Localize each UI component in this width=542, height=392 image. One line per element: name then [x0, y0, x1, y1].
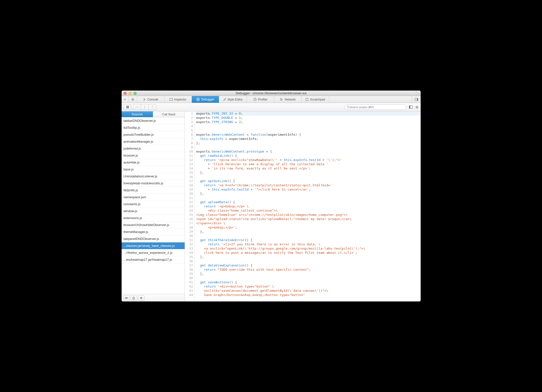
minimize-window-button[interactable] — [129, 92, 132, 95]
tab-label: Console — [147, 98, 158, 101]
pause-circle-icon — [196, 98, 200, 101]
search-scripts[interactable] — [344, 104, 406, 110]
debugger-options-button[interactable] — [415, 105, 419, 109]
sidebar-tabs: Sources Call Stack — [122, 111, 185, 117]
svg-rect-23 — [127, 106, 127, 108]
toggle-blackbox-button[interactable] — [123, 295, 130, 301]
tab-scratchpad[interactable]: Scratchpad — [302, 96, 329, 103]
svg-rect-31 — [409, 106, 410, 108]
source-item[interactable]: autoHide.js — [122, 159, 185, 166]
debugger-toolbar — [122, 103, 421, 111]
source-item[interactable]: browser.js — [122, 152, 185, 159]
svg-point-32 — [416, 106, 417, 107]
chevron-icon — [143, 98, 146, 101]
source-item[interactable]: UninstallationListener.js — [122, 173, 185, 180]
sidebar: Sources Call Stack tabbarDNDObserver.jsf… — [122, 111, 185, 301]
svg-rect-24 — [128, 106, 129, 108]
tab-label: Inspector — [174, 98, 186, 101]
code-editor[interactable]: 1234567891011121314151617181920212223242… — [185, 111, 421, 301]
source-item[interactable]: tabpanelDNDObserver.js — [122, 235, 185, 242]
source-item[interactable]: tabbarDNDObserver.js — [122, 117, 185, 124]
step-out-button[interactable] — [148, 104, 156, 110]
svg-point-41 — [126, 297, 127, 298]
svg-line-5 — [132, 98, 132, 98]
tab-label: Style Editor — [228, 98, 243, 101]
options-tab[interactable] — [129, 96, 137, 103]
source-item[interactable]: jsdeferred.js — [122, 145, 185, 152]
titlebar: Debugger - chrome://browser/content/brow… — [122, 91, 421, 96]
svg-line-40 — [416, 108, 416, 108]
tab-network[interactable]: Network — [274, 96, 302, 103]
tab-debugger[interactable]: Debugger — [192, 96, 219, 103]
tab-label: Profiler — [258, 98, 268, 101]
window-title: Debugger - chrome://browser/content/brow… — [122, 91, 421, 95]
svg-line-8 — [132, 100, 132, 100]
panel-tab-callstack[interactable]: Call Stack — [153, 111, 185, 117]
search-input[interactable] — [350, 106, 404, 109]
svg-point-43 — [141, 297, 141, 298]
svg-line-7 — [134, 98, 134, 98]
panel-tab-sources[interactable]: Sources — [122, 111, 153, 117]
zoom-window-button[interactable] — [134, 92, 136, 95]
svg-rect-11 — [197, 99, 198, 100]
tab-label: Scratchpad — [310, 98, 325, 101]
source-item[interactable]: themeManager.js — [122, 229, 185, 235]
source-item[interactable]: lib/prefs.js — [122, 187, 185, 194]
source-item[interactable]: extensions.js — [122, 215, 185, 222]
source-list[interactable]: tabbarDNDObserver.jsfullTooltip.jspseudo… — [122, 117, 185, 294]
source-item[interactable]: animationManager.js — [122, 138, 185, 145]
svg-point-28 — [347, 106, 349, 108]
svg-line-29 — [349, 108, 349, 108]
source-item[interactable]: browserUIShowHideObserver.js — [122, 222, 185, 229]
tab-label: Debugger — [201, 98, 214, 101]
source-item[interactable]: namespace.jsm — [122, 194, 185, 201]
inspector-icon — [169, 98, 173, 101]
source-item[interactable]: pseudoTreeBuilder.js — [122, 131, 185, 138]
tab-label: Network — [285, 98, 296, 101]
trace-button[interactable] — [138, 295, 144, 301]
tab-profiler[interactable]: Profiler — [247, 96, 274, 103]
tab-style-editor[interactable]: Style Editor — [219, 96, 247, 103]
step-over-button[interactable] — [133, 104, 141, 110]
svg-line-38 — [418, 108, 418, 108]
svg-rect-22 — [417, 98, 418, 101]
fullscreen-icon[interactable] — [416, 92, 419, 95]
traffic-lights — [124, 92, 136, 95]
devtools-tabbar: × Console Inspector Debugger Style Edito… — [122, 96, 421, 103]
source-item[interactable]: ...r!firefox_aurora_experience_2.js — [122, 249, 185, 256]
source-item[interactable]: treestyletab-modules/utils.js — [122, 180, 185, 187]
search-icon — [347, 106, 350, 109]
clock-icon — [253, 98, 257, 101]
notepad-icon — [305, 98, 308, 101]
code-content[interactable]: exports.TYPE_INT_32 = 0;exports.TYPE_DOU… — [195, 111, 421, 301]
close-window-button[interactable] — [124, 92, 127, 95]
toggle-panes-button[interactable] — [409, 105, 413, 109]
svg-point-10 — [197, 98, 200, 101]
source-item[interactable]: ...classes.jar!study_base_classes.js — [122, 242, 185, 249]
tab-console[interactable]: Console — [137, 96, 165, 103]
pause-button[interactable] — [124, 104, 132, 110]
close-tab-button[interactable]: × — [122, 96, 129, 103]
svg-rect-9 — [170, 98, 172, 100]
main-area: Sources Call Stack tabbarDNDObserver.jsf… — [122, 111, 421, 301]
source-item[interactable]: constants.js — [122, 201, 185, 208]
svg-rect-12 — [198, 99, 199, 100]
dock-position-button[interactable] — [412, 96, 421, 103]
svg-line-6 — [134, 100, 134, 100]
svg-point-26 — [144, 108, 145, 109]
line-gutter: 1234567891011121314151617181920212223242… — [185, 111, 195, 301]
source-item[interactable]: window.js — [122, 208, 185, 215]
source-item[interactable]: fullTooltip.js — [122, 124, 185, 131]
tab-inspector[interactable]: Inspector — [165, 96, 192, 103]
pretty-print-button[interactable]: {} — [131, 295, 137, 301]
source-item[interactable]: base.js — [122, 166, 185, 173]
svg-rect-17 — [306, 98, 308, 101]
source-item[interactable]: ...les/heatmap17.jar!heatmap17.js — [122, 256, 185, 263]
dock-icon — [415, 98, 418, 101]
svg-point-0 — [132, 99, 133, 100]
gear-icon — [131, 98, 135, 101]
sidebar-footer: {} — [122, 294, 185, 301]
pencil-icon — [223, 98, 226, 101]
svg-line-37 — [416, 106, 416, 106]
step-in-button[interactable] — [141, 104, 149, 110]
